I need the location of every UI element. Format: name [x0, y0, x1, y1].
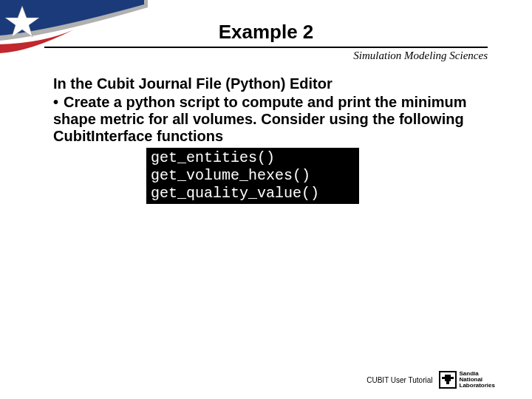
thunderbird-icon [439, 371, 457, 389]
slide-content: In the Cubit Journal File (Python) Edito… [0, 62, 532, 204]
title-underline [44, 47, 488, 48]
logo-text: Sandia National Laboratories [460, 371, 495, 389]
slide-title: Example 2 [0, 0, 532, 44]
bullet-text: Create a python script to compute and pr… [53, 94, 467, 144]
footer: CUBIT User Tutorial Sandia National Labo… [366, 371, 495, 389]
code-block: get_entities() get_volume_hexes() get_qu… [146, 148, 359, 204]
slide-subtitle: Simulation Modeling Sciences [0, 50, 532, 62]
content-heading: In the Cubit Journal File (Python) Edito… [53, 75, 488, 92]
sandia-logo: Sandia National Laboratories [439, 371, 495, 389]
footer-text: CUBIT User Tutorial [366, 376, 432, 384]
bullet-item: •Create a python script to compute and p… [53, 94, 488, 145]
